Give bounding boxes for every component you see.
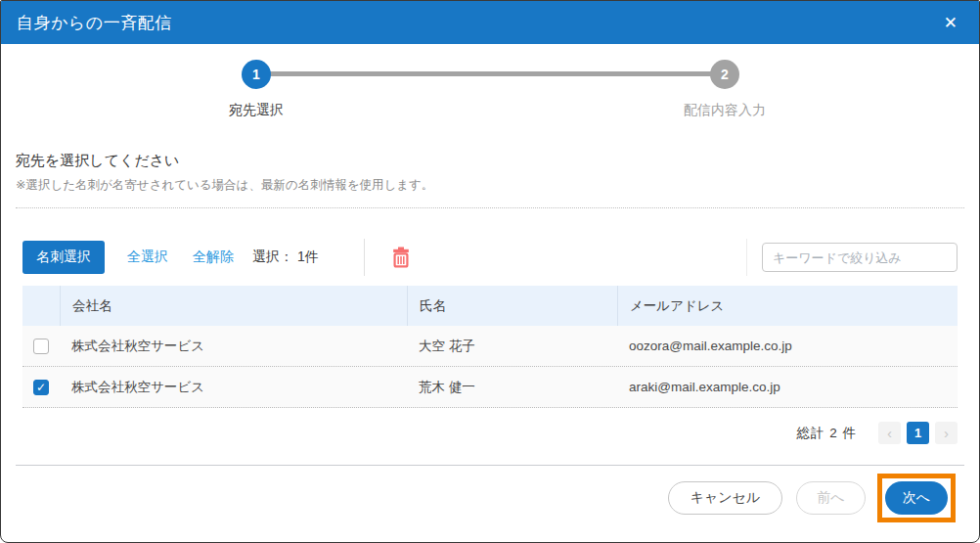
selected-count-label: 選択： 1件 — [252, 249, 319, 266]
deselect-all-link[interactable]: 全解除 — [193, 249, 234, 266]
footer-divider — [16, 465, 964, 466]
row-checkbox[interactable]: ✓ — [33, 339, 49, 354]
row-checkbox[interactable]: ✓ — [33, 380, 49, 395]
bulk-delivery-modal: 自身からの一斉配信 ✕ 1 2 宛先選択 配信内容入力 宛先を選択してください … — [0, 0, 980, 543]
trash-icon[interactable] — [391, 247, 411, 268]
toolbar: 名刺選択 全選択 全解除 選択： 1件 — [22, 240, 964, 275]
keyword-filter-input[interactable] — [762, 243, 958, 272]
step-2-circle: 2 — [710, 60, 739, 89]
step-1-label: 宛先選択 — [178, 102, 334, 119]
table-row[interactable]: ✓ 株式会社秋空サービス 大空 花子 oozora@mail.example.c… — [22, 326, 958, 367]
stepper-connector — [256, 71, 725, 76]
pagination: 総計 2 件 ‹ 1 › — [16, 422, 958, 444]
next-page-icon[interactable]: › — [935, 422, 958, 444]
divider-dotted — [16, 207, 964, 208]
next-button[interactable]: 次へ — [885, 481, 948, 515]
modal-header: 自身からの一斉配信 ✕ — [1, 1, 979, 44]
instruction-note: ※選択した名刺が名寄せされている場合は、最新の名刺情報を使用します。 — [16, 177, 964, 194]
column-header-company: 会社名 — [60, 286, 407, 326]
column-header-name: 氏名 — [407, 286, 617, 326]
total-count-label: 総計 2 件 — [796, 425, 857, 442]
back-button[interactable]: 前へ — [796, 481, 865, 515]
search-divider — [746, 239, 747, 276]
cell-company: 株式会社秋空サービス — [60, 326, 407, 366]
cell-name: 荒木 健一 — [407, 367, 617, 407]
modal-footer: キャンセル 前へ 次へ — [16, 474, 956, 522]
modal-title: 自身からの一斉配信 — [17, 12, 172, 34]
cell-email: araki@mail.example.co.jp — [617, 367, 958, 407]
select-all-link[interactable]: 全選択 — [127, 249, 168, 266]
prev-page-icon[interactable]: ‹ — [878, 422, 901, 444]
cell-email: oozora@mail.example.co.jp — [617, 326, 958, 366]
cell-company: 株式会社秋空サービス — [60, 367, 407, 407]
stepper: 1 2 宛先選択 配信内容入力 — [1, 44, 979, 138]
step-2-label: 配信内容入力 — [646, 102, 803, 119]
table-row[interactable]: ✓ 株式会社秋空サービス 荒木 健一 araki@mail.example.co… — [22, 367, 958, 408]
close-icon[interactable]: ✕ — [940, 11, 961, 35]
cancel-button[interactable]: キャンセル — [668, 481, 783, 515]
column-header-email: メールアドレス — [617, 286, 958, 326]
instruction-heading: 宛先を選択してください — [16, 152, 964, 170]
toolbar-divider — [364, 239, 365, 276]
table-header-row: 会社名 氏名 メールアドレス — [22, 286, 958, 326]
page-number-button[interactable]: 1 — [907, 422, 929, 444]
step-1-circle: 1 — [242, 60, 271, 89]
cell-name: 大空 花子 — [407, 326, 617, 366]
modal-body: 宛先を選択してください ※選択した名刺が名寄せされている場合は、最新の名刺情報を… — [1, 138, 979, 542]
header-checkbox-cell — [22, 286, 60, 326]
recipients-table: 会社名 氏名 メールアドレス ✓ 株式会社秋空サービス 大空 花子 oozora… — [22, 286, 958, 408]
next-button-highlight: 次へ — [877, 474, 956, 522]
card-select-button[interactable]: 名刺選択 — [22, 241, 105, 274]
